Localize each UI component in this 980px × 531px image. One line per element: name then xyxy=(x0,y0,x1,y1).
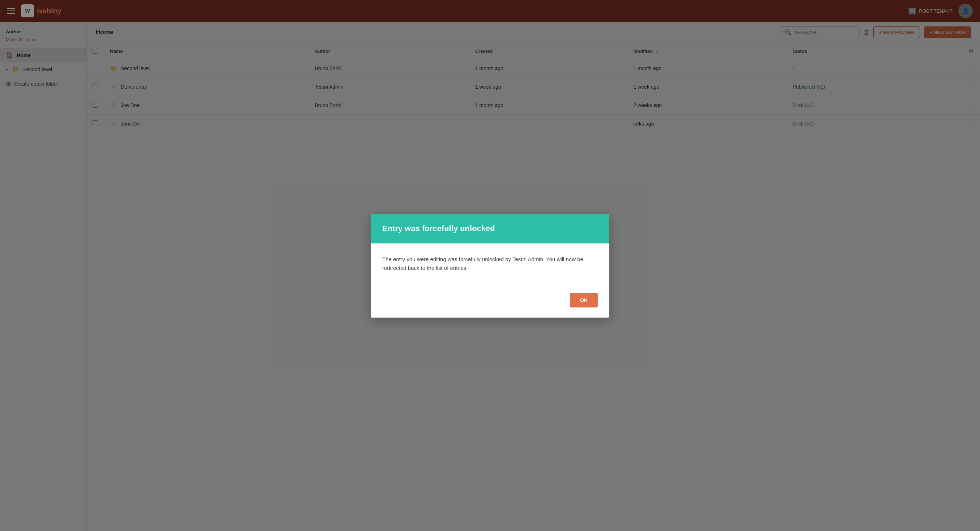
dialog-header: Entry was forcefully unlocked xyxy=(371,214,609,244)
ok-button[interactable]: OK xyxy=(570,293,598,308)
dialog-body: The entry you were editing was forcefull… xyxy=(371,244,609,284)
dialog-body-text: The entry you were editing was forcefull… xyxy=(382,255,598,273)
dialog-title: Entry was forcefully unlocked xyxy=(382,224,598,233)
dialog-overlay: Entry was forcefully unlocked The entry … xyxy=(0,0,980,531)
dialog-footer: OK xyxy=(371,287,609,317)
dialog: Entry was forcefully unlocked The entry … xyxy=(371,214,609,317)
